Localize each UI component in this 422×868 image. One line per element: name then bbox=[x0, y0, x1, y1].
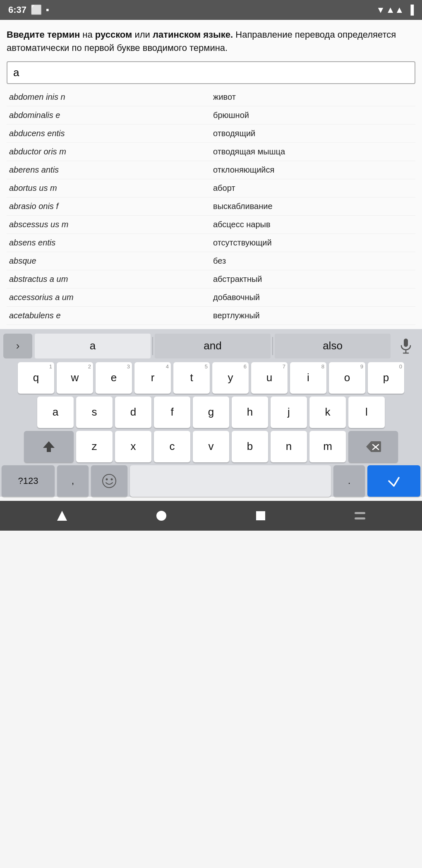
key-u[interactable]: 7u bbox=[251, 362, 288, 394]
nav-bar bbox=[0, 501, 422, 531]
key-m[interactable]: m bbox=[309, 431, 346, 462]
dict-latin: abrasio onis f bbox=[9, 202, 209, 211]
time-display: 6:37 bbox=[8, 5, 26, 15]
key-t[interactable]: 5t bbox=[173, 362, 210, 394]
key-g[interactable]: g bbox=[193, 397, 229, 428]
comma-key[interactable]: , bbox=[57, 465, 89, 497]
dict-row[interactable]: abscessus us m абсцесс нарыв bbox=[7, 216, 415, 234]
backspace-key[interactable] bbox=[348, 431, 398, 462]
dict-latin: aberens antis bbox=[9, 165, 209, 175]
dict-row[interactable]: abdomen inis n живот bbox=[7, 88, 415, 106]
key-n[interactable]: n bbox=[271, 431, 307, 462]
dict-russian: отводящая мышца bbox=[209, 147, 413, 156]
keyboard-row-4: ?123 , . bbox=[2, 465, 420, 497]
svg-point-7 bbox=[106, 478, 108, 480]
key-p[interactable]: 0p bbox=[368, 362, 404, 394]
svg-marker-9 bbox=[57, 511, 67, 521]
main-content: Введите термин на русском или латинском … bbox=[0, 20, 422, 329]
space-key[interactable] bbox=[130, 465, 331, 497]
signal-icon: ▲▲ bbox=[386, 5, 404, 15]
key-w[interactable]: 2w bbox=[57, 362, 93, 394]
battery-icon: ▐ bbox=[407, 5, 414, 15]
dict-row[interactable]: abstractus a um абстрактный bbox=[7, 270, 415, 289]
suggestion-expand-button[interactable]: › bbox=[3, 334, 32, 358]
dict-russian: абсцесс нарыв bbox=[209, 220, 413, 229]
nav-back-button[interactable] bbox=[50, 505, 74, 526]
period-key[interactable]: . bbox=[333, 465, 365, 497]
svg-rect-0 bbox=[404, 339, 408, 347]
key-j[interactable]: j bbox=[271, 397, 307, 428]
key-e[interactable]: 3e bbox=[96, 362, 132, 394]
key-v[interactable]: v bbox=[193, 431, 229, 462]
shift-key[interactable] bbox=[24, 431, 74, 462]
emoji-key[interactable] bbox=[91, 465, 127, 497]
key-num-5: 5 bbox=[205, 363, 208, 370]
dict-row[interactable]: absens entis отсутствующий bbox=[7, 234, 415, 252]
keyboard-row-2: a s d f g h j k l bbox=[2, 397, 420, 428]
key-z[interactable]: z bbox=[76, 431, 113, 462]
numbers-key[interactable]: ?123 bbox=[2, 465, 55, 497]
keyboard-row-3: z x c v b n m bbox=[2, 431, 420, 462]
search-input[interactable] bbox=[13, 66, 409, 79]
key-f[interactable]: f bbox=[154, 397, 190, 428]
key-k[interactable]: k bbox=[309, 397, 346, 428]
suggestion-divider bbox=[152, 337, 153, 355]
key-b[interactable]: b bbox=[232, 431, 268, 462]
status-right: ▾ ▲▲ ▐ bbox=[378, 5, 414, 15]
dict-latin: abortus us m bbox=[9, 183, 209, 193]
key-num-9: 9 bbox=[360, 363, 363, 370]
key-a[interactable]: a bbox=[37, 397, 74, 428]
nav-home-button[interactable] bbox=[149, 505, 174, 526]
description-text: Введите термин на русском или латинском … bbox=[7, 28, 415, 55]
nav-recents-button[interactable] bbox=[248, 505, 273, 526]
dict-row[interactable]: abortus us m аборт bbox=[7, 179, 415, 197]
dict-row[interactable]: abdominalis e брюшной bbox=[7, 106, 415, 125]
key-q[interactable]: 1q bbox=[18, 362, 54, 394]
mic-button[interactable] bbox=[391, 334, 420, 358]
suggestion-item-also[interactable]: also bbox=[275, 334, 391, 358]
dict-russian: выскабливание bbox=[209, 202, 413, 211]
dict-row[interactable]: aberens antis отклоняющийся bbox=[7, 161, 415, 179]
svg-rect-11 bbox=[256, 511, 265, 520]
svg-point-6 bbox=[103, 474, 116, 488]
svg-marker-3 bbox=[43, 441, 55, 452]
dict-row[interactable]: acetabulens e вертлужный bbox=[7, 307, 415, 325]
suggestion-item-a[interactable]: a bbox=[35, 334, 151, 358]
suggestion-item-and[interactable]: and bbox=[155, 334, 271, 358]
wifi-icon: ▾ bbox=[378, 5, 383, 15]
svg-point-10 bbox=[156, 511, 166, 521]
dictionary-list: abdomen inis n живот abdominalis e брюшн… bbox=[7, 88, 415, 325]
key-s[interactable]: s bbox=[76, 397, 113, 428]
key-num-4: 4 bbox=[166, 363, 169, 370]
dict-russian: вертлужный bbox=[209, 311, 413, 320]
key-l[interactable]: l bbox=[348, 397, 385, 428]
enter-key[interactable] bbox=[367, 465, 420, 497]
key-d[interactable]: d bbox=[115, 397, 151, 428]
key-num-8: 8 bbox=[321, 363, 324, 370]
key-num-2: 2 bbox=[88, 363, 91, 370]
key-c[interactable]: c bbox=[154, 431, 190, 462]
nav-extra-button[interactable] bbox=[348, 505, 372, 526]
search-input-wrapper[interactable] bbox=[7, 61, 415, 84]
dict-row[interactable]: accessorius a um добавочный bbox=[7, 289, 415, 307]
key-h[interactable]: h bbox=[232, 397, 268, 428]
key-r[interactable]: 4r bbox=[134, 362, 171, 394]
portrait-icon: ⬜ bbox=[31, 5, 42, 15]
status-left: 6:37 ⬜ ▪ bbox=[8, 5, 49, 15]
dict-row[interactable]: abductor oris m отводящая мышца bbox=[7, 143, 415, 161]
key-o[interactable]: 9o bbox=[329, 362, 365, 394]
key-x[interactable]: x bbox=[115, 431, 151, 462]
suggestion-bar: › a and also bbox=[2, 332, 420, 361]
dict-latin: absens entis bbox=[9, 238, 209, 248]
dict-row[interactable]: abrasio onis f выскабливание bbox=[7, 197, 415, 216]
key-num-7: 7 bbox=[283, 363, 285, 370]
dict-latin: abscessus us m bbox=[9, 220, 209, 229]
dict-row[interactable]: abducens entis отводящий bbox=[7, 125, 415, 143]
dict-latin: acetabulens e bbox=[9, 311, 209, 320]
dict-row[interactable]: absque без bbox=[7, 252, 415, 270]
key-y[interactable]: 6y bbox=[212, 362, 249, 394]
dict-russian: абстрактный bbox=[209, 274, 413, 284]
key-i[interactable]: 8i bbox=[290, 362, 326, 394]
dict-latin: abductor oris m bbox=[9, 147, 209, 156]
svg-rect-13 bbox=[355, 517, 365, 519]
